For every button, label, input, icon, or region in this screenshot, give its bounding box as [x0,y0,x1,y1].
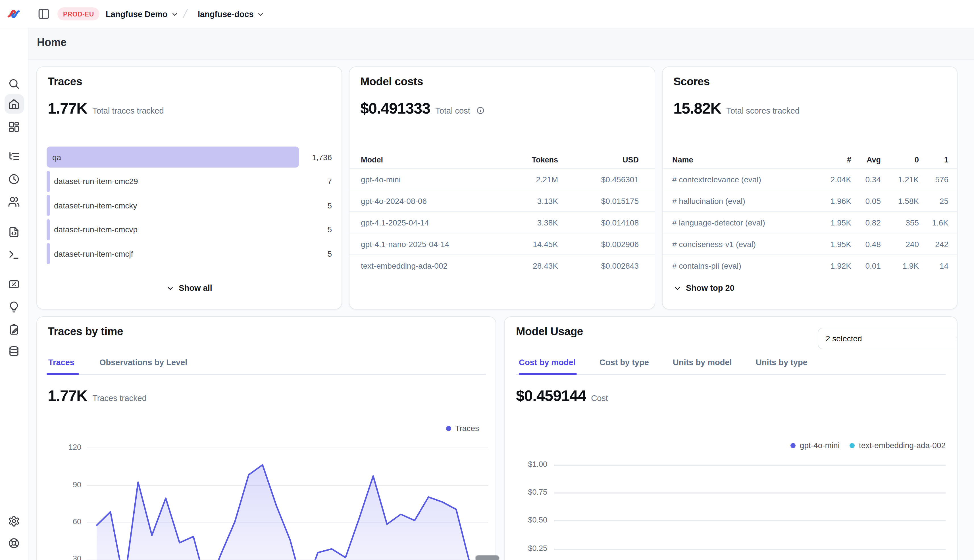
list-item[interactable]: dataset-run-item-cmcky 5 [47,195,332,216]
terminal-icon [8,248,20,260]
sidebar-item-tracing[interactable] [4,147,23,166]
trace-count: 1,736 [312,152,332,162]
sidebar-item-support[interactable] [4,533,23,553]
trace-count-bar [47,195,50,216]
lifebuoy-icon [8,537,20,549]
sidebar-item-evaluation[interactable] [4,274,23,293]
usage-cost-label: Cost [591,393,608,403]
y-tick-label: 90 [37,480,81,489]
y-tick-label: $0.50 [505,516,547,524]
tab-units-by-type[interactable]: Units by type [756,354,807,370]
table-row[interactable]: # hallucination (eval) 1.96K 0.05 1.58K … [663,190,957,211]
scores-card: Scores 15.82K Total scores tracked Name … [662,67,957,310]
traces-tracked-label: Traces tracked [92,393,147,403]
active-tab-indicator [47,373,79,375]
sidebar-item-home[interactable] [4,94,23,113]
traces-area-chart [37,317,496,560]
table-row[interactable]: gpt-4.1-nano-2025-04-14 14.45K $0.002906 [349,233,655,255]
model-filter-select[interactable]: 2 selected [818,328,957,349]
org-selector[interactable]: Langfuse Demo [102,0,182,28]
list-item[interactable]: dataset-run-item-cmc29 7 [47,171,332,192]
table-row[interactable]: # contextrelevance (eval) 2.04K 0.34 1.2… [663,168,957,190]
trace-count-bar [47,243,50,264]
table-row[interactable]: gpt-4o-mini 2.21M $0.456301 [349,168,655,190]
trace-name: qa [47,152,61,162]
info-icon[interactable] [476,106,485,115]
home-icon [8,98,20,110]
traces-total-value: 1.77K [48,100,87,118]
model-usage-card: Model Usage 2 selected Cost by model Cos… [504,317,957,560]
project-selector[interactable]: langfuse-docs [194,0,268,28]
table-row[interactable]: # language-detector (eval) 1.95K 0.82 35… [663,211,957,233]
table-row[interactable]: # conciseness-v1 (eval) 1.95K 0.48 240 2… [663,233,957,255]
page-header: Home [28,28,974,60]
chart-legend: Traces [446,424,479,433]
sidebar-item-experiments[interactable] [4,320,23,339]
project-name: langfuse-docs [198,9,254,18]
panel-left-icon [37,7,50,20]
traces-breakdown-list: qa 1,736 dataset-run-item-cmc29 7 datase… [47,147,332,267]
chevron-down-icon [166,284,174,292]
sidebar-item-search[interactable] [4,74,23,93]
table-header: Model Tokens USD [349,151,655,168]
show-all-button[interactable]: Show all [163,281,216,295]
tab-units-by-model[interactable]: Units by model [673,354,732,370]
search-icon [8,78,20,90]
tab-observations-by-level[interactable]: Observations by Level [99,354,187,370]
sidebar-item-playground[interactable] [4,245,23,264]
traces-by-time-card: Traces by time Traces Observations by Le… [37,317,496,560]
traces-card: Traces 1.77K Total traces tracked qa 1,7… [37,67,342,310]
horizontal-scrollbar-thumb[interactable] [475,555,500,560]
card-title: Traces by time [48,325,123,338]
tab-cost-by-model[interactable]: Cost by model [519,354,576,370]
trace-name: dataset-run-item-cmcky [54,201,137,210]
breadcrumb-separator [179,7,192,20]
chart-legend: gpt-4o-mini text-embedding-ada-002 [791,441,946,450]
table-row[interactable]: gpt-4o-2024-08-06 3.13K $0.015175 [349,190,655,211]
file-code-icon [8,226,20,238]
table-row[interactable]: # contains-pii (eval) 1.92K 0.01 1.9K 14 [663,255,957,276]
trace-count: 7 [327,177,332,186]
list-item[interactable]: dataset-run-item-cmcjf 5 [47,243,332,264]
gridline [87,522,488,523]
model-costs-table: Model Tokens USD gpt-4o-mini 2.21M $0.45… [349,151,655,276]
model-costs-card: Model costs $0.491333 Total cost Model T… [349,67,655,310]
trace-count: 5 [327,201,332,210]
sidebar-item-prompts[interactable] [4,222,23,242]
list-item[interactable]: qa 1,736 [47,147,332,168]
total-cost-value: $0.491333 [360,100,430,118]
tab-traces[interactable]: Traces [48,354,74,370]
gridline [87,448,488,448]
table-row[interactable]: text-embedding-ada-002 28.43K $0.002843 [349,255,655,276]
trace-name: dataset-run-item-cmcvp [54,225,137,234]
show-top-20-button[interactable]: Show top 20 [670,281,738,295]
sidebar-item-dashboards[interactable] [4,117,23,136]
chevron-down-icon [171,11,179,18]
dashboard-grid-icon [8,121,20,133]
sidebar-item-settings[interactable] [4,511,23,530]
legend-dot [791,443,796,448]
gridline [554,492,946,493]
trace-count-bar: qa [47,147,299,168]
tab-cost-by-type[interactable]: Cost by type [600,354,649,370]
y-tick-label: 120 [37,443,81,452]
percent-box-icon [8,278,20,290]
sidebar-item-datasets[interactable] [4,341,23,361]
y-tick-label: $0.75 [505,488,547,497]
gear-icon [8,515,20,527]
sidebar-item-sessions[interactable] [4,169,23,188]
total-scores-label: Total scores tracked [726,106,800,115]
gridline [554,520,946,522]
traces-tracked-value: 1.77K [48,387,87,405]
table-row[interactable]: gpt-4.1-2025-04-14 3.38K $0.014108 [349,211,655,233]
chevron-down-icon [673,284,682,292]
langfuse-logo-icon[interactable] [7,8,20,20]
card-title: Scores [673,75,710,88]
y-tick-label: 60 [37,517,81,526]
sidebar-toggle-button[interactable] [37,7,50,20]
tab-track [516,374,946,375]
list-item[interactable]: dataset-run-item-cmcvp 5 [47,219,332,240]
card-title: Model Usage [516,325,583,338]
sidebar-item-annotation[interactable] [4,297,23,317]
sidebar-item-users[interactable] [4,192,23,211]
